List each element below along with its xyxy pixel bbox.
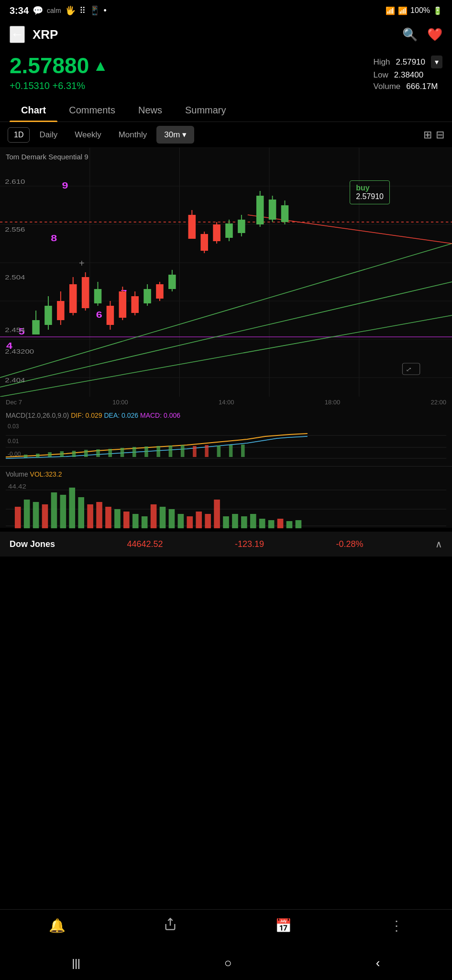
main-chart[interactable]: Tom Demark Sequential 9 buy 2.57910 9 8 … bbox=[0, 148, 452, 397]
android-home-button[interactable]: ○ bbox=[224, 956, 232, 970]
macd-svg bbox=[6, 421, 446, 464]
svg-rect-79 bbox=[96, 449, 100, 457]
messenger-icon: 💬 bbox=[33, 5, 43, 16]
search-button[interactable]: 🔍 bbox=[402, 27, 418, 42]
svg-rect-47 bbox=[143, 289, 151, 303]
volume-title: Volume VOL:323.2 bbox=[6, 470, 446, 478]
tab-news[interactable]: News bbox=[127, 99, 174, 122]
tab-bar: Chart Comments News Summary bbox=[0, 99, 452, 122]
bottom-nav: 🔔 📅 ⋮ bbox=[0, 909, 452, 942]
macd-value: 0.006 bbox=[164, 412, 180, 419]
macd-level-3: -0.00 bbox=[8, 451, 21, 457]
tab-chart[interactable]: Chart bbox=[10, 99, 57, 122]
dea-value: 0.026 bbox=[121, 412, 138, 419]
svg-rect-67 bbox=[281, 205, 289, 222]
svg-text:2.504: 2.504 bbox=[5, 274, 25, 281]
svg-line-14 bbox=[0, 315, 452, 397]
android-recent-button[interactable]: ||| bbox=[72, 957, 80, 969]
svg-rect-120 bbox=[241, 516, 247, 528]
svg-rect-91 bbox=[241, 445, 245, 457]
back-icon: ‹ bbox=[376, 956, 380, 970]
dea-label: DEA: bbox=[104, 412, 120, 419]
svg-rect-101 bbox=[69, 488, 75, 528]
svg-rect-111 bbox=[160, 507, 166, 528]
back-button[interactable]: ← bbox=[10, 26, 25, 43]
svg-line-13 bbox=[0, 282, 452, 387]
price-change: +0.15310 +6.31% bbox=[10, 80, 108, 91]
dj-name: Dow Jones bbox=[10, 539, 55, 549]
tf-1d-button[interactable]: 1D bbox=[8, 127, 30, 143]
svg-rect-51 bbox=[168, 275, 176, 289]
svg-rect-75 bbox=[48, 452, 52, 457]
more-icon: ⋮ bbox=[390, 918, 403, 934]
svg-line-12 bbox=[0, 244, 452, 378]
high-label: High bbox=[374, 57, 390, 67]
svg-rect-55 bbox=[200, 234, 208, 251]
buy-label: buy bbox=[356, 184, 384, 192]
more-button[interactable]: ⋮ bbox=[390, 918, 403, 934]
time-label-1: 10:00 bbox=[112, 399, 128, 406]
alerts-button[interactable]: 🔔 bbox=[49, 918, 66, 934]
svg-rect-41 bbox=[107, 306, 114, 325]
svg-rect-74 bbox=[36, 454, 40, 457]
favorite-button[interactable]: ❤️ bbox=[427, 27, 442, 42]
tab-comments[interactable]: Comments bbox=[57, 99, 127, 122]
android-back-button[interactable]: ‹ bbox=[376, 956, 380, 970]
share-icon bbox=[164, 917, 177, 934]
status-icons: 📶 📶 100% 🔋 bbox=[386, 6, 442, 15]
svg-rect-121 bbox=[250, 514, 256, 528]
svg-rect-37 bbox=[82, 277, 89, 308]
indicator-button[interactable]: ⊟ bbox=[436, 129, 444, 141]
time-label-0: Dec 7 bbox=[6, 399, 22, 406]
share-button[interactable] bbox=[164, 917, 177, 934]
expand-icon[interactable]: ∧ bbox=[435, 538, 442, 550]
macd-label: MACD: bbox=[140, 412, 162, 419]
svg-rect-118 bbox=[223, 516, 229, 528]
low-label: Low bbox=[374, 70, 388, 80]
tf-daily-button[interactable]: Daily bbox=[32, 126, 65, 144]
svg-rect-104 bbox=[96, 502, 102, 528]
svg-rect-33 bbox=[57, 301, 65, 320]
svg-rect-98 bbox=[42, 504, 48, 528]
svg-text:⤢: ⤢ bbox=[406, 366, 412, 373]
svg-rect-112 bbox=[169, 509, 175, 528]
svg-rect-53 bbox=[188, 215, 196, 239]
drawing-tool-button[interactable]: ⊞ bbox=[423, 129, 432, 141]
recent-icon: ||| bbox=[72, 957, 80, 969]
svg-rect-125 bbox=[287, 521, 293, 528]
svg-rect-82 bbox=[132, 447, 136, 457]
stats-dropdown[interactable]: ▾ bbox=[431, 56, 442, 68]
svg-rect-106 bbox=[114, 509, 121, 528]
low-row: Low 2.38400 bbox=[374, 70, 442, 80]
tf-30m-button[interactable]: 30m ▾ bbox=[156, 126, 194, 144]
svg-text:9: 9 bbox=[62, 181, 68, 190]
macd-level-1: 0.03 bbox=[8, 423, 19, 430]
svg-rect-99 bbox=[51, 492, 57, 528]
tf-weekly-button[interactable]: Weekly bbox=[67, 126, 109, 144]
svg-rect-126 bbox=[296, 520, 302, 528]
calendar-button[interactable]: 📅 bbox=[275, 918, 292, 934]
svg-rect-77 bbox=[72, 451, 76, 457]
wifi-icon: 📶 bbox=[386, 6, 395, 15]
svg-rect-88 bbox=[205, 445, 209, 457]
svg-rect-29 bbox=[32, 320, 40, 334]
svg-rect-89 bbox=[217, 445, 221, 457]
tf-monthly-button[interactable]: Monthly bbox=[111, 126, 155, 144]
tab-summary[interactable]: Summary bbox=[174, 99, 238, 122]
battery-icon: 🔋 bbox=[433, 6, 442, 15]
time-axis: Dec 7 10:00 14:00 18:00 22:00 bbox=[0, 397, 452, 408]
price-left: 2.57880 ▲ +0.15310 +6.31% bbox=[10, 53, 108, 91]
svg-rect-85 bbox=[169, 445, 173, 457]
dif-value: 0.029 bbox=[86, 412, 102, 419]
ticker-title: XRP bbox=[33, 27, 58, 42]
svg-rect-49 bbox=[156, 284, 164, 299]
svg-rect-108 bbox=[132, 514, 139, 528]
timeframe-bar: 1D Daily Weekly Monthly 30m ▾ ⊞ ⊟ bbox=[0, 122, 452, 148]
volume-section: Volume VOL:323.2 bbox=[0, 467, 452, 528]
time-label-4: 22:00 bbox=[430, 399, 446, 406]
hand-icon: 🖐 bbox=[65, 5, 76, 16]
svg-text:2.404: 2.404 bbox=[5, 377, 25, 384]
ticker-bar[interactable]: Dow Jones 44642.52 -123.19 -0.28% ∧ bbox=[0, 532, 452, 557]
svg-rect-124 bbox=[277, 519, 284, 528]
volume-svg: 44.42 bbox=[6, 478, 446, 535]
